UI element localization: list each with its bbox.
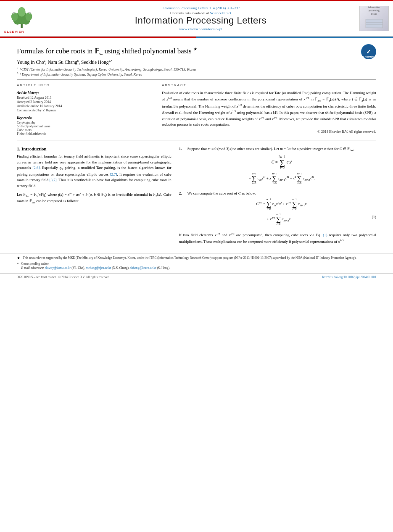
item2-number: 2. (179, 191, 185, 229)
journal-name: Information Processing Letters (42, 15, 359, 26)
keyword-3: Cube roots (17, 128, 153, 132)
sciencedirect-link[interactable]: ScienceDirect (210, 11, 231, 15)
crossmark-svg: ✓ CrossMark (361, 44, 376, 59)
doi-link[interactable]: http://dx.doi.org/10.1016/j.ipl.2014.01.… (322, 275, 376, 279)
contents-line: Contents lists available at ScienceDirec… (42, 11, 359, 15)
affiliation-a: a ᵃ CIST (Center for Information Securit… (17, 66, 376, 71)
article-info-col: ARTICLE INFO Article history: Received 1… (17, 83, 153, 136)
equation-number-1: (1) (372, 213, 377, 221)
issn-text: 0020-0190/$ – see front matter © 2014 El… (17, 275, 110, 279)
authors: Young In Choa, Nam Su Changb, Seokhie Ho… (17, 59, 376, 65)
sum-op-4: u−1 ∑ i=0 (297, 172, 302, 185)
bottom-bar: 0020-0190/$ – see front matter © 2014 El… (0, 273, 393, 281)
sum-op-3: u−1 ∑ i=0 (272, 172, 277, 185)
sum-operator-1: 3u−1 ∑ i=0 (279, 155, 286, 170)
svg-point-8 (29, 12, 31, 14)
keyword-2: Shifted polynomial basis (17, 124, 153, 128)
email-chang[interactable]: nschang@sjcu.ac.kr (86, 266, 111, 270)
eq-cube-root: C1/3 = u−1 ∑ i=0 c3ix2xi + x1/3 u−1 ∑ i=… (187, 198, 376, 211)
final-para: If two field elements x1/3 and x2/3 are … (179, 232, 376, 245)
paper-title: Formulas for cube roots in 𝔽3m using shi… (17, 46, 357, 56)
eq-cube-root-2: + x2/3 u−1 ∑ i=0 c3i+2xi. (1) (187, 213, 376, 226)
paper-content: Formulas for cube roots in 𝔽3m using shi… (0, 38, 393, 140)
journal-header-center: Information Processing Letters 114 (2014… (42, 6, 359, 31)
abstract-text: Evaluation of cube roots in characterist… (162, 90, 376, 127)
item2-content: We can compute the cube root of C as bel… (187, 191, 376, 229)
numbered-item-1: 1. Suppose that m ≡ 0 (mod 3) (the other… (179, 146, 376, 187)
history-label: Article history: (17, 90, 153, 95)
body-divider (17, 140, 376, 140)
numbered-item-2: 2. We can compute the cube root of C as … (179, 191, 376, 229)
intro-para2: Let 𝔽3m = 𝔽3[x]/(f) where f(x) = xm + ax… (17, 191, 171, 205)
body-left-col: 1. Introduction Finding efficient formul… (17, 146, 171, 247)
journal-citation: Information Processing Letters 114 (2014… (42, 6, 359, 10)
elsevier-logo: ELSEVIER (4, 3, 42, 34)
received-date: Received 12 August 2013 (17, 96, 153, 100)
contents-text: Contents lists available at (170, 11, 209, 15)
item1-content: Suppose that m ≡ 0 (mod 3) (the other ca… (187, 146, 376, 187)
copyright: © 2014 Elsevier B.V. All rights reserved… (162, 129, 376, 134)
corresponding-text: Corresponding author. E-mail addresses: … (21, 262, 170, 271)
sum-op-7: u−1 ∑ i=0 (276, 213, 281, 226)
keyword-1: Cryptography (17, 121, 153, 124)
elsevier-brand-text: ELSEVIER (4, 30, 24, 34)
svg-rect-9 (366, 19, 382, 28)
star-footnote-text: This research was supported by the MKE (… (23, 256, 356, 261)
communicated-by: Communicated by V. Rijmen (17, 108, 153, 112)
intro-para1: Finding efficient formulas for ternary f… (17, 154, 171, 189)
sum-op-2: u−1 ∑ i=0 (252, 172, 256, 185)
item1-number: 1. (179, 146, 185, 187)
elsevier-tree-icon (4, 3, 42, 29)
star-footnote-marker: ★ (17, 256, 20, 261)
journal-header: ELSEVIER Information Processing Letters … (0, 0, 393, 37)
abstract-col: ABSTRACT Evaluation of cube roots in cha… (162, 83, 376, 136)
section1-title: 1. Introduction (17, 146, 171, 151)
keywords-list: Cryptography Shifted polynomial basis Cu… (17, 121, 153, 136)
divider (17, 79, 376, 80)
body-right-col: 1. Suppose that m ≡ 0 (mod 3) (the other… (179, 146, 376, 247)
affiliation-b: b ᵇ Department of Information Security S… (17, 71, 376, 76)
abstract-header: ABSTRACT (162, 83, 376, 88)
article-info-abstract: ARTICLE INFO Article history: Received 1… (17, 83, 376, 136)
journal-url[interactable]: www.elsevier.com/locate/ipl (42, 27, 359, 31)
eq-c-sum: C = 3u−1 ∑ i=0 cixi (187, 155, 376, 170)
email-hong[interactable]: shhong@korea.ac.kr (130, 266, 156, 270)
svg-text:CrossMark: CrossMark (363, 55, 374, 58)
eq-c-expansion: = u−1 ∑ i=0 c3ix3i + x u−1 ∑ i=0 c3i+1x3… (187, 172, 376, 185)
body-content: 1. Introduction Finding efficient formul… (0, 142, 393, 251)
available-date: Available online 16 January 2014 (17, 104, 153, 108)
star-corresponding-marker: * (17, 262, 19, 271)
article-info-header: ARTICLE INFO (17, 83, 153, 88)
email-cho[interactable]: elowey@korea.ac.kr (45, 266, 71, 270)
footnote-section: ★ This research was supported by the MKE… (0, 253, 393, 273)
journal-thumbnail: information processing letters (359, 6, 389, 31)
svg-point-6 (18, 7, 26, 17)
keyword-4: Finite field arithmetic (17, 132, 153, 136)
then-word: then (327, 147, 333, 151)
svg-point-7 (13, 12, 15, 14)
svg-text:✓: ✓ (366, 48, 371, 55)
accepted-date: Accepted 2 January 2014 (17, 100, 153, 104)
email-label: E-mail addresses: (21, 266, 44, 270)
svg-point-5 (26, 12, 32, 21)
sum-op-6: u−1 ∑ i=0 (292, 198, 297, 211)
keywords-label: Keywords: (17, 116, 153, 120)
affiliations: a ᵃ CIST (Center for Information Securit… (17, 66, 376, 76)
svg-point-4 (11, 12, 18, 21)
sum-op-5: u−1 ∑ i=0 (266, 198, 271, 211)
crossmark-icon: ✓ CrossMark (361, 44, 376, 59)
